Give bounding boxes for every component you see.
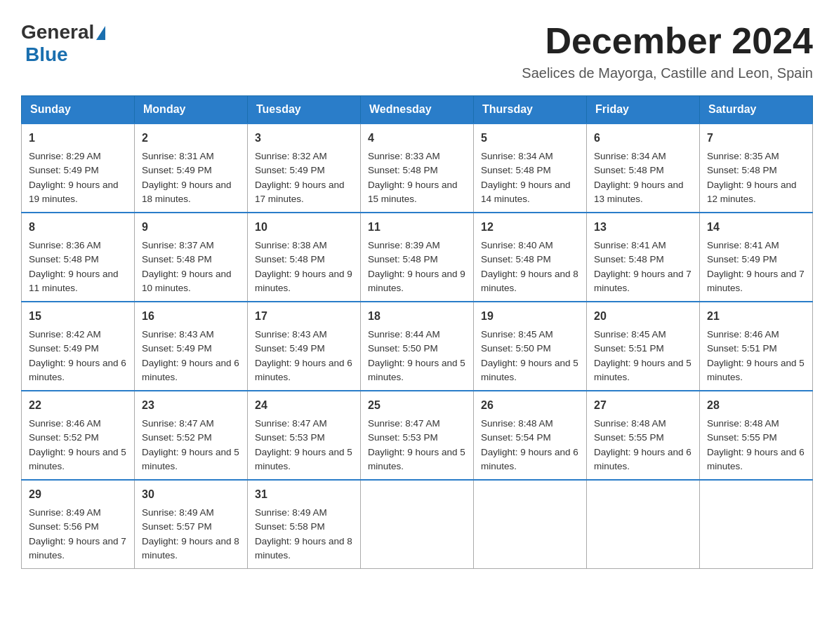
day-number: 8: [29, 219, 127, 236]
calendar-table: SundayMondayTuesdayWednesdayThursdayFrid…: [21, 95, 813, 569]
day-number: 26: [481, 397, 579, 414]
day-number: 7: [707, 130, 805, 147]
week-row-1: 1Sunrise: 8:29 AMSunset: 5:49 PMDaylight…: [22, 123, 813, 213]
week-row-5: 29Sunrise: 8:49 AMSunset: 5:56 PMDayligh…: [22, 480, 813, 569]
calendar-cell: 16Sunrise: 8:43 AMSunset: 5:49 PMDayligh…: [135, 302, 248, 391]
logo-triangle-icon: [96, 26, 105, 40]
page-header: General Blue December 2024 Saelices de M…: [21, 21, 813, 81]
day-number: 31: [255, 486, 353, 503]
day-number: 3: [255, 130, 353, 147]
day-number: 9: [142, 219, 240, 236]
calendar-cell: 10Sunrise: 8:38 AMSunset: 5:48 PMDayligh…: [248, 213, 361, 302]
calendar-cell: 3Sunrise: 8:32 AMSunset: 5:49 PMDaylight…: [248, 123, 361, 213]
calendar-cell: 17Sunrise: 8:43 AMSunset: 5:49 PMDayligh…: [248, 302, 361, 391]
week-row-3: 15Sunrise: 8:42 AMSunset: 5:49 PMDayligh…: [22, 302, 813, 391]
calendar-cell: 18Sunrise: 8:44 AMSunset: 5:50 PMDayligh…: [361, 302, 474, 391]
calendar-cell: 25Sunrise: 8:47 AMSunset: 5:53 PMDayligh…: [361, 391, 474, 480]
day-number: 1: [29, 130, 127, 147]
day-number: 12: [481, 219, 579, 236]
week-row-2: 8Sunrise: 8:36 AMSunset: 5:48 PMDaylight…: [22, 213, 813, 302]
calendar-cell: [700, 480, 813, 569]
calendar-cell: 5Sunrise: 8:34 AMSunset: 5:48 PMDaylight…: [474, 123, 587, 213]
day-number: 20: [594, 308, 692, 325]
day-number: 5: [481, 130, 579, 147]
calendar-cell: 15Sunrise: 8:42 AMSunset: 5:49 PMDayligh…: [22, 302, 135, 391]
logo: General Blue: [21, 21, 105, 66]
calendar-cell: 13Sunrise: 8:41 AMSunset: 5:48 PMDayligh…: [587, 213, 700, 302]
logo-general-text: General: [21, 21, 94, 43]
calendar-cell: 7Sunrise: 8:35 AMSunset: 5:48 PMDaylight…: [700, 123, 813, 213]
day-number: 30: [142, 486, 240, 503]
calendar-cell: 4Sunrise: 8:33 AMSunset: 5:48 PMDaylight…: [361, 123, 474, 213]
calendar-cell: 22Sunrise: 8:46 AMSunset: 5:52 PMDayligh…: [22, 391, 135, 480]
day-number: 17: [255, 308, 353, 325]
day-number: 28: [707, 397, 805, 414]
calendar-body: 1Sunrise: 8:29 AMSunset: 5:49 PMDaylight…: [22, 123, 813, 569]
header-saturday: Saturday: [700, 96, 813, 124]
title-area: December 2024 Saelices de Mayorga, Casti…: [522, 21, 813, 81]
calendar-cell: 30Sunrise: 8:49 AMSunset: 5:57 PMDayligh…: [135, 480, 248, 569]
calendar-cell: 12Sunrise: 8:40 AMSunset: 5:48 PMDayligh…: [474, 213, 587, 302]
calendar-cell: 21Sunrise: 8:46 AMSunset: 5:51 PMDayligh…: [700, 302, 813, 391]
calendar-cell: 20Sunrise: 8:45 AMSunset: 5:51 PMDayligh…: [587, 302, 700, 391]
day-number: 13: [594, 219, 692, 236]
header-friday: Friday: [587, 96, 700, 124]
month-title: December 2024: [522, 21, 813, 61]
day-number: 29: [29, 486, 127, 503]
calendar-cell: [474, 480, 587, 569]
calendar-cell: 24Sunrise: 8:47 AMSunset: 5:53 PMDayligh…: [248, 391, 361, 480]
calendar-cell: 27Sunrise: 8:48 AMSunset: 5:55 PMDayligh…: [587, 391, 700, 480]
day-number: 11: [368, 219, 466, 236]
day-number: 21: [707, 308, 805, 325]
calendar-cell: 11Sunrise: 8:39 AMSunset: 5:48 PMDayligh…: [361, 213, 474, 302]
calendar-cell: 9Sunrise: 8:37 AMSunset: 5:48 PMDaylight…: [135, 213, 248, 302]
logo-blue-text: Blue: [25, 43, 68, 66]
calendar-cell: 29Sunrise: 8:49 AMSunset: 5:56 PMDayligh…: [22, 480, 135, 569]
day-number: 23: [142, 397, 240, 414]
calendar-cell: [587, 480, 700, 569]
day-number: 14: [707, 219, 805, 236]
day-number: 10: [255, 219, 353, 236]
header-wednesday: Wednesday: [361, 96, 474, 124]
calendar-cell: 23Sunrise: 8:47 AMSunset: 5:52 PMDayligh…: [135, 391, 248, 480]
header-row: SundayMondayTuesdayWednesdayThursdayFrid…: [22, 96, 813, 124]
header-thursday: Thursday: [474, 96, 587, 124]
header-monday: Monday: [135, 96, 248, 124]
day-number: 2: [142, 130, 240, 147]
calendar-cell: 14Sunrise: 8:41 AMSunset: 5:49 PMDayligh…: [700, 213, 813, 302]
day-number: 24: [255, 397, 353, 414]
calendar-cell: [361, 480, 474, 569]
day-number: 27: [594, 397, 692, 414]
day-number: 18: [368, 308, 466, 325]
header-tuesday: Tuesday: [248, 96, 361, 124]
day-number: 19: [481, 308, 579, 325]
day-number: 16: [142, 308, 240, 325]
header-sunday: Sunday: [22, 96, 135, 124]
calendar-cell: 6Sunrise: 8:34 AMSunset: 5:48 PMDaylight…: [587, 123, 700, 213]
day-number: 25: [368, 397, 466, 414]
week-row-4: 22Sunrise: 8:46 AMSunset: 5:52 PMDayligh…: [22, 391, 813, 480]
calendar-cell: 1Sunrise: 8:29 AMSunset: 5:49 PMDaylight…: [22, 123, 135, 213]
calendar-cell: 26Sunrise: 8:48 AMSunset: 5:54 PMDayligh…: [474, 391, 587, 480]
calendar-cell: 19Sunrise: 8:45 AMSunset: 5:50 PMDayligh…: [474, 302, 587, 391]
day-number: 22: [29, 397, 127, 414]
calendar-cell: 8Sunrise: 8:36 AMSunset: 5:48 PMDaylight…: [22, 213, 135, 302]
calendar-cell: 31Sunrise: 8:49 AMSunset: 5:58 PMDayligh…: [248, 480, 361, 569]
location-subtitle: Saelices de Mayorga, Castille and Leon, …: [522, 65, 813, 81]
calendar-cell: 28Sunrise: 8:48 AMSunset: 5:55 PMDayligh…: [700, 391, 813, 480]
day-number: 4: [368, 130, 466, 147]
calendar-cell: 2Sunrise: 8:31 AMSunset: 5:49 PMDaylight…: [135, 123, 248, 213]
day-number: 15: [29, 308, 127, 325]
calendar-header: SundayMondayTuesdayWednesdayThursdayFrid…: [22, 96, 813, 124]
day-number: 6: [594, 130, 692, 147]
